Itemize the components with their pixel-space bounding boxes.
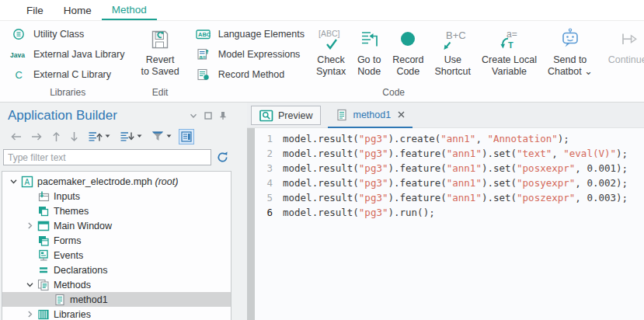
- down-arrow-icon: [70, 131, 78, 142]
- use-shortcut-icon: B+C: [439, 27, 467, 52]
- line-number: 6: [255, 205, 283, 220]
- editor-tab-bar: Previewmethod1: [247, 103, 644, 128]
- svg-text:[ABC]: [ABC]: [319, 29, 340, 38]
- ribbon-tab-home[interactable]: Home: [54, 0, 102, 20]
- code-line-1[interactable]: 1model.result("pg3").create("ann1", "Ann…: [255, 131, 644, 146]
- app-root-icon: A: [21, 176, 33, 188]
- record-code-icon: [395, 27, 420, 52]
- code-line-4[interactable]: 4model.result("pg3").feature("ann1").set…: [255, 176, 644, 190]
- editor-tab-preview[interactable]: Preview: [251, 106, 321, 125]
- svg-text:B+C: B+C: [446, 30, 466, 41]
- group-label-edit: Edit: [135, 87, 184, 102]
- ribbon-button-utility-class[interactable]: Utility Class: [9, 26, 124, 42]
- tree-item-forms[interactable]: Forms: [2, 233, 231, 248]
- tree-expander[interactable]: [23, 281, 36, 288]
- tree-expander[interactable]: [23, 311, 36, 318]
- code-line-5[interactable]: 5model.result("pg3").feature("ann1").set…: [255, 190, 644, 205]
- panel-chevron-icon[interactable]: [190, 113, 197, 119]
- toolbar-button-form-view[interactable]: [179, 129, 194, 144]
- close-tab-icon[interactable]: [398, 111, 405, 118]
- libraries-icon: [37, 308, 50, 320]
- up-arrow-icon: [52, 131, 61, 142]
- svg-text:T: T: [508, 40, 513, 50]
- record-method-icon: [197, 68, 210, 81]
- chevron-right: [26, 222, 33, 229]
- ribbon-button-record-code[interactable]: RecordCode: [387, 21, 429, 78]
- toolbar-button-list-up[interactable]: [85, 129, 113, 144]
- ribbon-tab-file[interactable]: File: [16, 0, 54, 20]
- ribbon-button-language-elements[interactable]: ABCLanguage Elements: [194, 26, 305, 42]
- ribbon-button-model-expressions[interactable]: a=Model Expressions: [194, 46, 305, 62]
- method-file-icon: [54, 294, 66, 306]
- toolbar-button-list-down[interactable]: [117, 129, 144, 144]
- dropdown-caret-icon: [105, 134, 110, 138]
- utility-class-icon: [12, 28, 25, 40]
- tree-item-method1[interactable]: method1: [2, 292, 231, 307]
- refresh-icon[interactable]: [217, 151, 228, 163]
- main-area: Application Builder Apacemaker_electrode…: [0, 103, 644, 320]
- editor-tab-method1[interactable]: method1: [328, 103, 413, 128]
- go-to-node-icon: [357, 27, 381, 52]
- line-number: 3: [255, 161, 283, 176]
- chevron-down: [10, 178, 17, 185]
- themes-icon: [37, 205, 50, 217]
- tree-expander[interactable]: [23, 222, 36, 229]
- toolbar-button-forward-arrow[interactable]: [29, 130, 45, 144]
- ribbon-group-edit: Revertto Saved Edit: [135, 21, 184, 102]
- tree-item-libraries[interactable]: Libraries: [2, 307, 231, 320]
- code-line-2[interactable]: 2model.result("pg3").feature("ann1").set…: [255, 146, 644, 161]
- code-editor[interactable]: 1model.result("pg3").create("ann1", "Ann…: [247, 128, 644, 320]
- ribbon-group-libraries: Utility ClassJavaExternal Java LibraryCE…: [5, 21, 131, 102]
- tree-expander[interactable]: [7, 178, 19, 185]
- code-line-6[interactable]: 6model.result("pg3").run();: [255, 205, 644, 220]
- svg-text:a=: a=: [200, 53, 207, 60]
- ribbon-button-create-local-variable[interactable]: a=TCreate LocalVariable: [476, 21, 542, 78]
- list-up-icon: [88, 131, 103, 142]
- java-icon: Java: [9, 49, 28, 60]
- ribbon-group-code: ABCLanguage Elementsa=Model ExpressionsR…: [190, 21, 598, 102]
- ribbon-button-revert-to-saved[interactable]: Revertto Saved: [135, 21, 184, 78]
- filter-row: [0, 149, 247, 170]
- ribbon-body: Utility ClassJavaExternal Java LibraryCE…: [0, 21, 644, 102]
- c-icon: C: [12, 68, 25, 81]
- ribbon-tab-method[interactable]: Method: [102, 0, 157, 20]
- group-label-libraries: Libraries: [5, 87, 131, 102]
- toolbar-button-down-arrow[interactable]: [68, 129, 81, 144]
- ribbon-tab-bar: FileHomeMethod: [0, 0, 644, 21]
- tree-item-events[interactable]: Events: [2, 248, 231, 263]
- tree-item-pacemaker-electrode-mph[interactable]: Apacemaker_electrode.mph (root): [2, 174, 231, 189]
- ribbon-button-check-syntax[interactable]: [ABC]CheckSyntax: [311, 21, 351, 78]
- continue-icon: [615, 27, 640, 52]
- float-icon[interactable]: [204, 112, 212, 120]
- ribbon-button-external-c-library[interactable]: CExternal C Library: [9, 66, 124, 82]
- line-number: 4: [255, 176, 283, 190]
- ribbon-button-send-to-chatbot[interactable]: Send toChatbot ⌄: [542, 21, 598, 78]
- toolbar-button-filter[interactable]: [149, 128, 174, 144]
- filter-input[interactable]: [3, 149, 211, 165]
- tree-item-declarations[interactable]: Declarations: [2, 263, 231, 277]
- line-number: 5: [255, 190, 283, 205]
- toolbar-button-up-arrow[interactable]: [50, 129, 63, 144]
- marker-bar: [247, 128, 255, 320]
- pin-icon[interactable]: [219, 111, 227, 120]
- chevron-down: [26, 281, 33, 288]
- ribbon: FileHomeMethod Utility ClassJavaExternal…: [0, 0, 644, 103]
- tree-item-inputs[interactable]: Inputs: [2, 189, 231, 203]
- ribbon-button-external-java-library[interactable]: JavaExternal Java Library: [9, 46, 124, 62]
- code-area[interactable]: 1model.result("pg3").create("ann1", "Ann…: [255, 128, 644, 320]
- events-icon: [37, 249, 50, 262]
- dropdown-caret-icon: [166, 134, 172, 138]
- ribbon-button-use-shortcut[interactable]: B+CUseShortcut: [429, 21, 476, 78]
- tree-item-themes[interactable]: Themes: [2, 203, 231, 218]
- ribbon-button-go-to-node[interactable]: Go toNode: [351, 21, 387, 78]
- svg-text:Java: Java: [10, 50, 25, 58]
- tree-item-main-window[interactable]: Main Window: [2, 218, 231, 233]
- code-line-3[interactable]: 3model.result("pg3").feature("ann1").set…: [255, 161, 644, 176]
- tree-item-methods[interactable]: Methods: [2, 277, 231, 292]
- svg-text:C: C: [16, 69, 23, 81]
- toolbar-button-back-arrow[interactable]: [8, 130, 24, 144]
- language-elements-icon: ABC: [196, 28, 211, 40]
- model-expressions-icon: a=: [197, 48, 210, 61]
- ribbon-button-record-method[interactable]: Record Method: [194, 66, 305, 82]
- panel-title: Application Builder: [8, 108, 190, 123]
